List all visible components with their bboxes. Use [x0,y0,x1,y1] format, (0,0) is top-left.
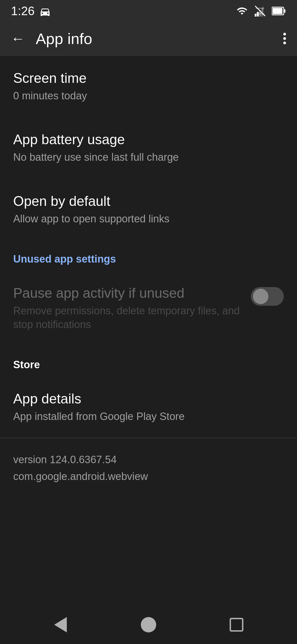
signal-icon [254,6,266,17]
back-button[interactable]: ← [11,32,25,45]
pause-app-title: Pause app activity if unused [13,285,240,301]
nav-home-icon [141,617,156,632]
screen-time-subtitle: 0 minutes today [13,89,284,103]
toggle-knob [253,289,268,304]
more-dot-1 [283,33,286,36]
svg-rect-5 [284,9,285,13]
status-bar-left: 1:26 [11,4,51,18]
open-by-default-item[interactable]: Open by default Allow app to open suppor… [0,179,297,240]
nav-home-button[interactable] [132,614,165,636]
content-area: Screen time 0 minutes today App battery … [0,56,297,498]
svg-rect-6 [273,8,282,14]
header: ← App info [0,22,297,55]
svg-rect-2 [259,10,261,17]
pause-app-subtitle: Remove permissions, delete temporary fil… [13,304,240,331]
app-details-item[interactable]: App details App installed from Google Pl… [0,376,297,438]
nav-bar [0,605,297,644]
status-bar: 1:26 [0,0,297,22]
header-left: ← App info [11,30,92,48]
app-battery-subtitle: No battery use since last full charge [13,151,284,164]
pause-app-text: Pause app activity if unused Remove perm… [13,285,240,331]
status-time: 1:26 [11,4,35,18]
svg-rect-0 [255,14,257,17]
version-number: version 124.0.6367.54 [13,451,284,468]
nav-recents-button[interactable] [220,614,253,636]
svg-rect-3 [262,8,263,17]
battery-icon [272,6,286,16]
page-title: App info [36,30,92,48]
app-battery-item[interactable]: App battery usage No battery use since l… [0,117,297,178]
package-name: com.google.android.webview [13,468,284,485]
wifi-icon [235,6,249,17]
pause-app-toggle[interactable] [251,287,284,306]
unused-app-settings-header: Unused app settings [0,240,297,271]
pause-app-activity-item[interactable]: Pause app activity if unused Remove perm… [0,271,297,346]
version-footer: version 124.0.6367.54 com.google.android… [0,438,297,498]
app-details-subtitle: App installed from Google Play Store [13,410,284,423]
status-bar-right [235,6,286,17]
screen-time-title: Screen time [13,70,284,86]
nav-back-button[interactable] [44,614,77,636]
store-section-header: Store [0,346,297,376]
more-dot-3 [283,42,286,44]
nav-back-icon [54,617,67,632]
screen-time-item[interactable]: Screen time 0 minutes today [0,56,297,117]
more-dot-2 [283,37,286,40]
open-by-default-subtitle: Allow app to open supported links [13,212,284,226]
car-icon [39,6,51,16]
svg-rect-1 [257,12,259,17]
app-details-title: App details [13,391,284,407]
more-button[interactable] [283,33,286,44]
app-battery-title: App battery usage [13,131,284,148]
open-by-default-title: Open by default [13,193,284,209]
nav-recents-icon [230,618,243,632]
